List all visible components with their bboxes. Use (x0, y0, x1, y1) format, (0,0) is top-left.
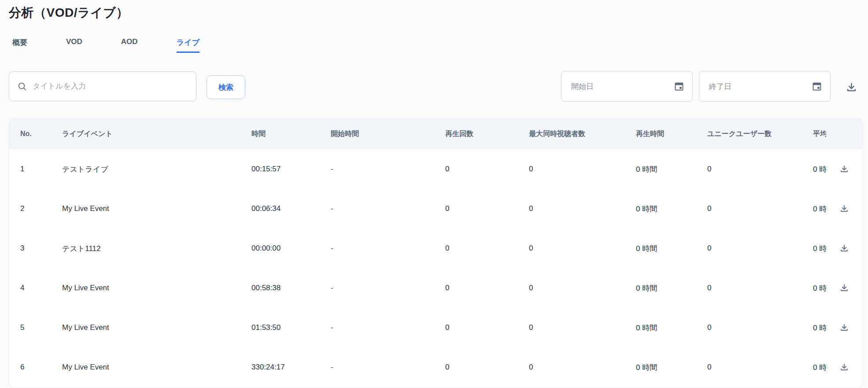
cell-avg-watch-time: 0 時間 (813, 164, 826, 174)
table-row: 2 My Live Event 00:06:34 - 0 0 0 時間 0 0 … (9, 189, 863, 229)
cell-duration: 01:53:50 (251, 323, 331, 332)
cell-play-time: 0 時間 (636, 164, 707, 174)
cell-unique-users: 0 (707, 165, 813, 174)
tab-overview[interactable]: 概要 (12, 37, 27, 53)
cell-live-event: My Live Event (62, 323, 251, 332)
search-button[interactable]: 検索 (207, 75, 245, 99)
cell-no: 5 (20, 323, 62, 332)
search-icon (17, 81, 27, 92)
row-download-button[interactable] (839, 204, 849, 214)
cell-play-count: 0 (445, 244, 529, 253)
cell-play-count: 0 (445, 323, 529, 332)
cell-avg-watch-time: 0 時間 (813, 204, 826, 214)
live-events-table: No. ライブイベント 時間 開始時間 再生回数 最大同時視聴者数 再生時間 ユ… (9, 118, 863, 388)
cell-play-time: 0 時間 (636, 244, 707, 254)
col-header-play-count: 再生回数 (445, 129, 529, 139)
col-header-play-time: 再生時間 (636, 129, 707, 139)
search-input[interactable] (33, 82, 188, 91)
col-header-no: No. (20, 130, 62, 138)
cell-max-concurrent: 0 (529, 363, 636, 372)
cell-live-event: テストライブ (62, 164, 251, 174)
cell-duration: 00:06:34 (251, 204, 331, 213)
cell-live-event: テスト1112 (62, 244, 251, 254)
cell-no: 4 (20, 284, 62, 292)
calendar-icon[interactable] (674, 81, 684, 92)
cell-duration: 00:58:38 (251, 284, 331, 292)
cell-unique-users: 0 (707, 284, 813, 292)
col-header-live-event: ライブイベント (62, 129, 251, 139)
end-date-field[interactable]: 終了日 (699, 71, 831, 102)
row-download-button[interactable] (839, 244, 849, 253)
col-header-start-time: 開始時間 (331, 129, 445, 139)
cell-unique-users: 0 (707, 244, 813, 253)
cell-live-event: My Live Event (62, 363, 251, 372)
col-header-duration: 時間 (251, 129, 331, 139)
start-date-field[interactable]: 開始日 (561, 71, 693, 102)
cell-start-time: - (331, 363, 445, 372)
cell-avg-watch-time: 0 時間 (813, 283, 826, 293)
cell-unique-users: 0 (707, 323, 813, 332)
start-date-placeholder: 開始日 (571, 81, 674, 92)
cell-max-concurrent: 0 (529, 284, 636, 292)
cell-play-count: 0 (445, 363, 529, 372)
cell-max-concurrent: 0 (529, 165, 636, 174)
cell-live-event: My Live Event (62, 204, 251, 213)
cell-max-concurrent: 0 (529, 244, 636, 253)
table-header-row: No. ライブイベント 時間 開始時間 再生回数 最大同時視聴者数 再生時間 ユ… (9, 118, 863, 149)
download-icon (846, 81, 857, 93)
tab-live[interactable]: ライブ (177, 37, 199, 53)
row-download-button[interactable] (839, 362, 849, 372)
export-all-button[interactable] (843, 79, 859, 95)
row-download-button[interactable] (839, 323, 849, 333)
col-header-unique-users: ユニークユーザー数 (707, 129, 813, 139)
cell-avg-watch-time: 0 時間 (813, 323, 826, 333)
calendar-icon[interactable] (812, 81, 822, 92)
cell-max-concurrent: 0 (529, 204, 636, 213)
cell-play-count: 0 (445, 204, 529, 213)
cell-duration: 00:15:57 (251, 165, 331, 174)
end-date-placeholder: 終了日 (709, 81, 812, 92)
tab-vod[interactable]: VOD (66, 37, 82, 52)
table-row: 4 My Live Event 00:58:38 - 0 0 0 時間 0 0 … (9, 268, 863, 308)
cell-no: 2 (20, 204, 62, 213)
col-header-max-concurrent: 最大同時視聴者数 (529, 129, 636, 139)
table-row: 5 My Live Event 01:53:50 - 0 0 0 時間 0 0 … (9, 308, 863, 347)
cell-max-concurrent: 0 (529, 323, 636, 332)
cell-unique-users: 0 (707, 363, 813, 372)
cell-start-time: - (331, 244, 445, 253)
cell-start-time: - (331, 165, 445, 174)
cell-play-count: 0 (445, 284, 529, 292)
cell-avg-watch-time: 0 時間 (813, 362, 826, 373)
cell-play-time: 0 時間 (636, 362, 707, 373)
cell-play-time: 0 時間 (636, 283, 707, 293)
cell-play-count: 0 (445, 165, 529, 174)
cell-start-time: - (331, 323, 445, 332)
cell-start-time: - (331, 204, 445, 213)
cell-start-time: - (331, 284, 445, 292)
cell-no: 1 (20, 165, 62, 174)
cell-avg-watch-time: 0 時間 (813, 244, 826, 254)
cell-no: 3 (20, 244, 62, 253)
tab-aod[interactable]: AOD (121, 37, 138, 52)
cell-duration: 00:00:00 (251, 244, 331, 253)
cell-duration: 330:24:17 (251, 363, 331, 372)
table-row: 1 テストライブ 00:15:57 - 0 0 0 時間 0 0 時間 (9, 149, 863, 189)
title-search-field[interactable] (9, 71, 196, 101)
cell-no: 6 (20, 363, 62, 372)
table-row: 6 My Live Event 330:24:17 - 0 0 0 時間 0 0… (9, 347, 863, 387)
table-row: 3 テスト1112 00:00:00 - 0 0 0 時間 0 0 時間 (9, 229, 863, 268)
row-download-button[interactable] (839, 283, 849, 293)
col-header-avg-watch-time: 平均視聴時間 (813, 129, 826, 139)
cell-play-time: 0 時間 (636, 323, 707, 333)
analytics-page: 分析（VOD/ライブ） 概要 VOD AOD ライブ 検索 開始日 終了日 No… (0, 0, 868, 388)
row-download-button[interactable] (839, 164, 849, 174)
cell-unique-users: 0 (707, 204, 813, 213)
cell-play-time: 0 時間 (636, 204, 707, 214)
page-title: 分析（VOD/ライブ） (9, 4, 129, 21)
tab-bar: 概要 VOD AOD ライブ (12, 37, 199, 53)
cell-live-event: My Live Event (62, 284, 251, 292)
